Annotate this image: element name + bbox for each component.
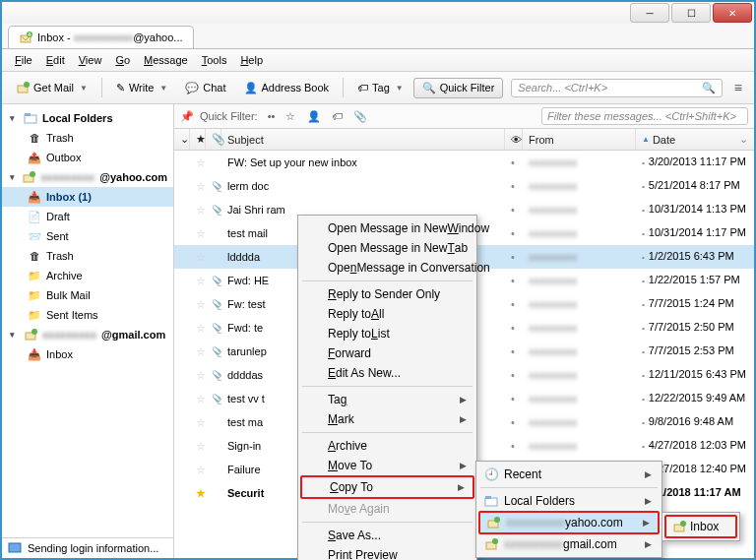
filter-star-icon[interactable]: ☆: [282, 110, 299, 122]
account-gmail[interactable]: ▾xxxxxxxxx@gmail.com: [2, 325, 173, 344]
col-read[interactable]: 👁: [505, 129, 523, 150]
message-context-menu[interactable]: Open Message in New WindowOpen Message i…: [297, 215, 477, 560]
account-folder-submenu[interactable]: Inbox: [662, 512, 740, 541]
ctx-open-message-in-new-window[interactable]: Open Message in New Window: [300, 218, 474, 238]
menu-help[interactable]: Help: [235, 52, 268, 68]
account-yahoo[interactable]: ▾xxxxxxxxx@yahoo.com: [2, 167, 173, 187]
ctx-archive[interactable]: Archive: [300, 436, 474, 456]
star-icon[interactable]: ☆: [196, 251, 206, 263]
sidebar-trash[interactable]: 🗑Trash: [2, 128, 173, 148]
menu-message[interactable]: Message: [139, 52, 193, 68]
submenu-yahoo-account[interactable]: xxxxxxxxxxyahoo.com: [478, 511, 660, 534]
ctx-forward[interactable]: Forward: [300, 343, 474, 363]
star-icon[interactable]: ☆: [196, 298, 206, 310]
pin-icon[interactable]: 📌: [180, 110, 194, 123]
attachment-icon: 📎: [212, 345, 221, 357]
inbox-icon: 📥: [28, 190, 41, 204]
ctx-reply-to-list[interactable]: Reply to List: [300, 324, 474, 343]
search-input[interactable]: Search... <Ctrl+K>🔍: [511, 79, 723, 97]
ctx-move-to[interactable]: Move To: [300, 456, 474, 475]
star-icon[interactable]: ☆: [196, 416, 206, 428]
mail-download-icon: [19, 31, 32, 44]
address-book-button[interactable]: 👤Address Book: [236, 77, 337, 99]
sidebar-inbox-gmail[interactable]: 📥Inbox: [2, 344, 173, 364]
app-menu-button[interactable]: ≡: [728, 76, 748, 99]
ctx-reply-to-all[interactable]: Reply to All: [300, 304, 474, 324]
table-row[interactable]: ☆📎lerm doc•xxxxxxxxx•5/21/2014 8:17 PM: [174, 174, 754, 198]
star-icon[interactable]: ☆: [196, 275, 206, 286]
svg-rect-4: [25, 115, 36, 123]
filter-unread-icon[interactable]: ••: [264, 110, 280, 122]
svg-point-14: [494, 517, 500, 523]
col-subject[interactable]: Subject: [221, 129, 505, 150]
filter-attach-icon[interactable]: 📎: [349, 110, 371, 122]
ctx-print-preview[interactable]: Print Preview: [300, 545, 474, 560]
submenu-inbox[interactable]: Inbox: [664, 515, 737, 538]
ctx-save-as[interactable]: Save As...: [300, 526, 474, 545]
submenu-local-folders[interactable]: Local Folders: [478, 491, 660, 511]
sidebar-sent[interactable]: 📨Sent: [2, 226, 173, 246]
filter-tag-icon[interactable]: 🏷: [328, 110, 346, 122]
ctx-tag[interactable]: Tag: [300, 390, 474, 409]
maximize-button[interactable]: ☐: [671, 3, 711, 23]
get-mail-button[interactable]: Get Mail▼: [8, 76, 95, 99]
submenu-recent[interactable]: 🕘Recent: [478, 465, 660, 484]
star-icon[interactable]: ☆: [196, 440, 206, 452]
mail-download-icon: [672, 520, 686, 533]
menu-tools[interactable]: Tools: [197, 52, 232, 68]
write-button[interactable]: ✎Write▼: [108, 77, 175, 99]
col-attach[interactable]: 📎: [206, 129, 221, 150]
menu-edit[interactable]: Edit: [41, 52, 70, 68]
col-star[interactable]: ★: [190, 129, 206, 150]
sidebar-outbox[interactable]: 📤Outbox: [2, 148, 173, 167]
menu-view[interactable]: View: [74, 52, 107, 68]
submenu-gmail-account[interactable]: xxxxxxxxxxgmail.com: [478, 534, 660, 554]
sidebar-draft[interactable]: 📄Draft: [2, 207, 173, 226]
star-icon[interactable]: ★: [196, 487, 206, 499]
star-icon[interactable]: ☆: [196, 180, 206, 192]
ctx-open-message-in-new-tab[interactable]: Open Message in New Tab: [300, 238, 474, 258]
ctx-move-again: Move Again: [300, 499, 474, 519]
filter-input[interactable]: Filter these messages... <Ctrl+Shift+K>: [541, 107, 748, 125]
col-date[interactable]: ▲ Date ⌄: [636, 129, 754, 150]
minimize-button[interactable]: ─: [630, 3, 669, 23]
star-icon[interactable]: ☆: [196, 393, 206, 404]
star-icon[interactable]: ☆: [196, 322, 206, 334]
activity-icon: [8, 542, 22, 554]
tag-button[interactable]: 🏷Tag▼: [349, 77, 411, 98]
ctx-edit-as-new[interactable]: Edit As New...: [300, 363, 474, 383]
sidebar-archive[interactable]: 📁Archive: [2, 266, 173, 285]
col-thread[interactable]: ⌄: [174, 129, 190, 150]
svg-rect-11: [485, 498, 497, 506]
attachment-icon: 📎: [212, 369, 221, 381]
star-icon[interactable]: ☆: [196, 227, 206, 239]
sidebar-sentitems[interactable]: 📁Sent Items: [2, 305, 173, 325]
star-icon[interactable]: ☆: [196, 156, 206, 168]
ctx-open-message-in-conversation[interactable]: Open Message in Conversation: [300, 258, 474, 278]
filter-contact-icon[interactable]: 👤: [303, 110, 325, 122]
menu-file[interactable]: File: [10, 52, 37, 68]
clock-icon: 🕘: [484, 467, 498, 481]
sidebar-bulk[interactable]: 📁Bulk Mail: [2, 285, 173, 305]
star-icon[interactable]: ☆: [196, 464, 206, 475]
quick-filter-button[interactable]: 🔍 Quick Filter: [413, 78, 504, 98]
star-icon[interactable]: ☆: [196, 204, 206, 216]
star-icon[interactable]: ☆: [196, 369, 206, 381]
ctx-mark[interactable]: Mark: [300, 409, 474, 429]
tab-inbox[interactable]: Inbox - xxxxxxxxxxx@yahoo...: [8, 26, 194, 48]
row-subject: lerm doc: [221, 177, 505, 195]
chat-button[interactable]: 💬Chat: [177, 77, 233, 99]
col-from[interactable]: From: [523, 129, 636, 150]
close-button[interactable]: ✕: [713, 3, 752, 23]
ctx-reply-to-sender-only[interactable]: Reply to Sender Only: [300, 284, 474, 304]
window-controls: ─ ☐ ✕: [2, 2, 754, 24]
table-row[interactable]: ☆FW: Set up your new inbox•xxxxxxxxx•3/2…: [174, 151, 754, 174]
menu-go[interactable]: Go: [110, 52, 135, 68]
star-icon[interactable]: ☆: [196, 345, 206, 357]
local-folders[interactable]: ▾Local Folders: [2, 108, 173, 128]
ctx-copy-to[interactable]: Copy To: [300, 475, 474, 499]
copy-to-submenu[interactable]: 🕘Recent Local Folders xxxxxxxxxxyahoo.co…: [475, 461, 662, 558]
sidebar-inbox-yahoo[interactable]: 📥Inbox (1): [2, 187, 173, 207]
svg-point-16: [492, 538, 498, 544]
sidebar-trash2[interactable]: 🗑Trash: [2, 246, 173, 266]
